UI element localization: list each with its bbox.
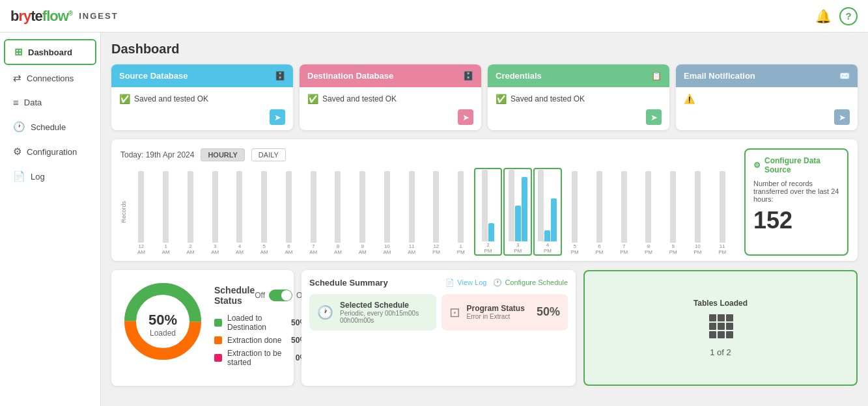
bar-group-11: 11 AM bbox=[400, 171, 423, 256]
chart-info-panel: ⚙ Configure Data Source Number of record… bbox=[744, 148, 848, 256]
summary-rows: 🕐 Selected Schedule Periodic, every 00h1… bbox=[309, 294, 568, 331]
svg-rect-4 bbox=[718, 314, 725, 321]
legend-dot-2 bbox=[214, 354, 222, 362]
bar-label-17: 5 PM bbox=[571, 244, 579, 256]
schedule-toggle[interactable] bbox=[269, 290, 292, 301]
bar-label-13: 1 PM bbox=[457, 244, 465, 256]
daily-btn[interactable]: DAILY bbox=[251, 148, 286, 161]
check-icon-source-db: ✅ bbox=[119, 94, 130, 104]
tables-loaded-icon bbox=[708, 313, 734, 344]
bar-label-19: 7 PM bbox=[620, 244, 628, 256]
bar-label-1: 1 AM bbox=[162, 244, 170, 256]
bar-label-23: 11 PM bbox=[718, 244, 726, 256]
data-icon: ≡ bbox=[13, 97, 19, 108]
bar-bg-23 bbox=[720, 171, 725, 243]
bar-wrap-6 bbox=[286, 171, 292, 243]
bar-wrap-7 bbox=[311, 171, 316, 243]
dest-db-icon: 🗄️ bbox=[463, 71, 473, 81]
sidebar-item-schedule[interactable]: 🕐 Schedule bbox=[4, 115, 96, 139]
sidebar-label-schedule: Schedule bbox=[31, 122, 66, 132]
arrow-btn-credentials[interactable]: ➤ bbox=[646, 109, 662, 125]
arrow-btn-dest-db[interactable]: ➤ bbox=[458, 109, 473, 125]
card-email-notif: Email Notification ✉️ ⚠️ ➤ bbox=[676, 64, 858, 130]
card-status-dest-db: ✅ Saved and tested OK bbox=[307, 94, 473, 104]
sum-icon-program: ⊡ bbox=[449, 304, 460, 320]
legend-dot-0 bbox=[214, 319, 222, 327]
legend-item-1: Extraction done 50% bbox=[214, 336, 307, 345]
bar-label-20: 8 PM bbox=[645, 244, 652, 256]
bar-bg-14 bbox=[482, 170, 488, 241]
bar-wrap-20 bbox=[645, 171, 651, 243]
bar-wrap-16 bbox=[538, 170, 557, 241]
bar-wrap-12 bbox=[433, 171, 439, 243]
bar-label-18: 6 PM bbox=[595, 244, 603, 256]
card-body-dest-db: ✅ Saved and tested OK ➤ bbox=[300, 87, 481, 130]
bar-wrap-15 bbox=[509, 170, 527, 241]
donut-chart: 50% Loaded bbox=[120, 279, 205, 370]
bar-wrap-4 bbox=[236, 171, 242, 243]
app-name: INGEST bbox=[79, 11, 118, 21]
chart-section: Today: 19th Apr 2024 HOURLY DAILY Record… bbox=[111, 139, 858, 261]
bar-wrap-11 bbox=[409, 171, 415, 243]
bar-label-2: 2 AM bbox=[186, 244, 194, 256]
bar-label-8: 8 AM bbox=[334, 244, 342, 256]
credentials-icon: 📋 bbox=[651, 71, 662, 81]
bar-wrap-10 bbox=[384, 171, 390, 243]
bar-bg-2 bbox=[188, 171, 193, 243]
bar-group-23: 11 PM bbox=[710, 171, 734, 256]
card-header-credentials: Credentials 📋 bbox=[488, 64, 669, 87]
chart-left: Today: 19th Apr 2024 HOURLY DAILY Record… bbox=[120, 148, 734, 256]
bar-wrap-18 bbox=[596, 171, 602, 243]
bar-bg-20 bbox=[645, 171, 651, 243]
bar-label-10: 10 AM bbox=[383, 244, 391, 256]
bar-wrap-19 bbox=[621, 171, 627, 243]
card-arrow-credentials: ➤ bbox=[496, 109, 662, 125]
bar-group-2: 2 AM bbox=[179, 171, 203, 256]
bar-bg-8 bbox=[335, 171, 341, 243]
donut-text: 50% Loaded bbox=[148, 312, 177, 338]
bar-bg-13 bbox=[458, 171, 464, 243]
bar-bg-21 bbox=[670, 171, 676, 243]
bar-bg-9 bbox=[359, 171, 365, 243]
bar-label-12: 12 PM bbox=[432, 244, 440, 256]
sidebar-label-connections: Connections bbox=[27, 74, 74, 83]
sidebar-item-connections[interactable]: ⇄ Connections bbox=[4, 66, 96, 90]
view-log-link[interactable]: 📄 View Log bbox=[445, 278, 486, 287]
sum-pct-program: 50% bbox=[537, 305, 560, 319]
legend-dot-1 bbox=[214, 336, 222, 344]
sidebar: ⊞ Dashboard ⇄ Connections ≡ Data 🕐 Sched… bbox=[0, 33, 101, 406]
arrow-btn-email-notif[interactable]: ➤ bbox=[834, 109, 850, 125]
logo: bryteflow® bbox=[10, 8, 72, 25]
bar-group-18: 6 PM bbox=[588, 171, 611, 256]
hourly-btn[interactable]: HOURLY bbox=[201, 148, 244, 161]
sum-sub-program: Error in Extract bbox=[467, 313, 530, 320]
summary-links: 📄 View Log 🕐 Configure Schedule bbox=[445, 278, 568, 287]
card-body-source-db: ✅ Saved and tested OK ➤ bbox=[111, 87, 293, 130]
help-button[interactable]: ? bbox=[839, 7, 858, 25]
sidebar-item-configuration[interactable]: ⚙ Configuration bbox=[4, 140, 96, 163]
legend-label-2: Extraction to be started bbox=[227, 349, 290, 367]
sidebar-item-dashboard[interactable]: ⊞ Dashboard bbox=[4, 39, 96, 65]
configure-schedule-link[interactable]: 🕐 Configure Schedule bbox=[493, 278, 568, 287]
connections-icon: ⇄ bbox=[13, 72, 21, 84]
email-notif-icon: ✉️ bbox=[839, 71, 850, 81]
schedule-legend: Schedule Status Off On Loaded bbox=[214, 285, 307, 371]
legend-item-2: Extraction to be started 0% bbox=[214, 349, 307, 367]
bar-wrap-21 bbox=[670, 171, 676, 243]
header: bryteflow® INGEST 🔔 ? bbox=[0, 0, 868, 33]
bar-blue-16 bbox=[544, 230, 550, 241]
card-arrow-dest-db: ➤ bbox=[307, 109, 473, 125]
sidebar-item-log[interactable]: 📄 Log bbox=[4, 165, 96, 188]
bar-bg-19 bbox=[621, 171, 627, 243]
status-text-source-db: Saved and tested OK bbox=[134, 94, 208, 103]
sidebar-item-data[interactable]: ≡ Data bbox=[4, 91, 96, 114]
arrow-btn-source-db[interactable]: ➤ bbox=[270, 109, 285, 125]
bar-group-7: 7 AM bbox=[301, 171, 325, 256]
bar-bg-16 bbox=[538, 170, 544, 241]
card-title-dest-db: Destination Database bbox=[307, 71, 393, 81]
main-layout: ⊞ Dashboard ⇄ Connections ≡ Data 🕐 Sched… bbox=[0, 33, 868, 406]
chart-bars: 12 AM1 AM2 AM3 AM4 AM5 AM6 AM7 AM8 AM9 A… bbox=[130, 168, 734, 256]
bell-icon[interactable]: 🔔 bbox=[815, 8, 832, 24]
svg-rect-3 bbox=[709, 314, 716, 321]
legend-label-1: Extraction done bbox=[227, 336, 286, 345]
